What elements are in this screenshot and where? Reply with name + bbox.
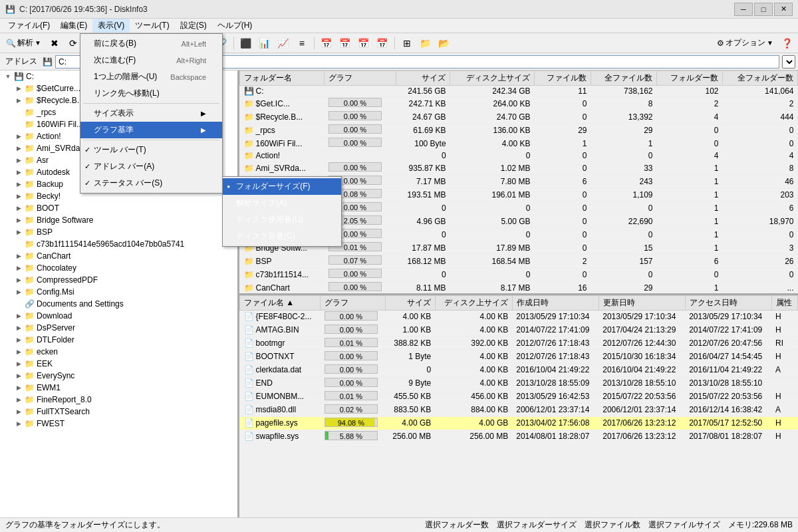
col-created[interactable]: 作成日時 bbox=[512, 295, 598, 310]
folder-icon: 📁 bbox=[24, 239, 35, 249]
menu-toolbar[interactable]: ツール バー(T) bbox=[80, 142, 222, 158]
tree-item-download[interactable]: ▶ 📁 Download bbox=[0, 310, 237, 322]
file-table-row[interactable]: 📄END0.00 %9 Byte4.00 KB2013/10/28 18:55:… bbox=[240, 376, 798, 390]
tree-item-ecken[interactable]: ▶ 📁 ecken bbox=[0, 346, 237, 358]
folder-table-row[interactable]: 📁Ami_SVRda...0.00 %935.87 KB1.02 MB03318 bbox=[240, 162, 798, 175]
tree-item-documents-settings[interactable]: 🔗 Documents and Settings bbox=[0, 298, 237, 310]
tree-item-everysync[interactable]: ▶ 📁 EverySync bbox=[0, 370, 237, 382]
stop-button[interactable]: ✖ bbox=[46, 35, 63, 51]
tb-btn-10[interactable]: 📅 bbox=[336, 35, 354, 51]
menu-help[interactable]: ヘルプ(H) bbox=[212, 19, 258, 33]
tb-btn-6[interactable]: 📊 bbox=[256, 35, 273, 51]
file-table-row[interactable]: 📄bootmgr0.01 %388.82 KB392.00 KB2012/07/… bbox=[240, 336, 798, 350]
file-table-row[interactable]: 📄clerkdata.dat0.00 %04.00 KB2016/10/04 2… bbox=[240, 363, 798, 376]
tree-item-configmsi[interactable]: ▶ 📁 Config.Msi bbox=[0, 286, 237, 298]
tree-item-canchart[interactable]: ▶ 📁 CanChart bbox=[0, 250, 237, 262]
folder-table-row[interactable]: 📁c73b1f11514...0.00 %000000 bbox=[240, 268, 798, 281]
col-file-size[interactable]: サイズ bbox=[386, 295, 436, 310]
tree-item-bridge[interactable]: ▶ 📁 Bridge Software bbox=[0, 214, 237, 226]
file-attr-cell: H bbox=[771, 323, 797, 336]
tree-item-chocolatey[interactable]: ▶ 📁 Chocolatey bbox=[0, 262, 237, 274]
tree-item-compressedpdf[interactable]: ▶ 📁 CompressedPDF bbox=[0, 274, 237, 286]
col-file-disk-size[interactable]: ディスク上サイズ bbox=[435, 295, 512, 310]
submenu-disk-capacity[interactable]: ディスク容量(C) bbox=[223, 228, 341, 245]
tb-btn-9[interactable]: 📅 bbox=[318, 35, 335, 51]
menu-graph-base[interactable]: グラフ基準 ▶ フォルダーサイズ(F) 解析サイズ(A) ディスク使用量(U) … bbox=[80, 122, 222, 138]
maximize-button[interactable]: □ bbox=[754, 3, 773, 16]
menu-file[interactable]: ファイル(F) bbox=[3, 19, 55, 33]
col-modified[interactable]: 更新日時 bbox=[598, 295, 685, 310]
tb-btn-14[interactable]: 📁 bbox=[417, 35, 434, 51]
col-disk-size[interactable]: ディスク上サイズ bbox=[450, 71, 535, 86]
col-files[interactable]: ファイル数 bbox=[535, 71, 591, 86]
col-file-name[interactable]: ファイル名 ▲ bbox=[240, 295, 321, 310]
folder-table-row[interactable]: 📁$Get.IC...0.00 %242.71 KB264.00 KB0822 bbox=[240, 97, 798, 110]
submenu-folder-size[interactable]: フォルダーサイズ(F) bbox=[223, 178, 341, 195]
col-file-graph[interactable]: グラフ bbox=[321, 295, 386, 310]
folder-table-row[interactable]: 📁Action!000044 bbox=[240, 150, 798, 162]
col-folders[interactable]: フォルダー数 bbox=[657, 71, 723, 86]
menu-statusbar[interactable]: ステータス バー(S) bbox=[80, 175, 222, 192]
address-dropdown[interactable] bbox=[782, 55, 795, 68]
folder-table-row[interactable]: 📁CanChart0.00 %8.11 MB8.17 MB16291... bbox=[240, 281, 798, 295]
menu-goto-link[interactable]: リンク先へ移動(L) bbox=[80, 85, 222, 102]
menu-up[interactable]: 1つ上の階層へ(U) Backspace bbox=[80, 68, 222, 85]
menu-view[interactable]: 表示(V) bbox=[92, 19, 130, 33]
col-all-folders[interactable]: 全フォルダー数 bbox=[722, 71, 797, 86]
folder-table-row[interactable]: 📁160WiFi Fil...0.00 %100 Byte4.00 KB1100 bbox=[240, 137, 798, 150]
tree-item-boot[interactable]: ▶ 📁 BOOT bbox=[0, 202, 237, 214]
menu-tool[interactable]: ツール(T) bbox=[130, 19, 174, 33]
tb-btn-11[interactable]: 📅 bbox=[355, 35, 372, 51]
file-table-row[interactable]: 📄EUMONBM...0.01 %455.50 KB456.00 KB2013/… bbox=[240, 390, 798, 403]
tb-btn-8[interactable]: ≡ bbox=[293, 35, 311, 51]
tree-item-dspserver[interactable]: ▶ 📁 DsPServer bbox=[0, 322, 237, 334]
tree-item-ewm1[interactable]: ▶ 📁 EWM1 bbox=[0, 382, 237, 394]
folder-table-row[interactable]: 📁_rpcs0.00 %61.69 KB136.00 KB292900 bbox=[240, 124, 798, 137]
file-table-row[interactable]: 📄{FE8F4B0C-2...0.00 %4.00 KB4.00 KB2013/… bbox=[240, 310, 798, 323]
col-accessed[interactable]: アクセス日時 bbox=[685, 295, 771, 310]
file-table-row[interactable]: 📄AMTAG.BIN0.00 %1.00 KB4.00 KB2014/07/22… bbox=[240, 323, 798, 336]
tb-btn-15[interactable]: 📂 bbox=[436, 35, 453, 51]
tb-btn-12[interactable]: 📅 bbox=[374, 35, 391, 51]
tree-item-dtlfolder[interactable]: ▶ 📁 DTLFolder bbox=[0, 334, 237, 346]
file-table-row[interactable]: 📄swapfile.sys5.88 %256.00 MB256.00 MB201… bbox=[240, 430, 798, 443]
submenu-disk-usage[interactable]: ディスク使用量(U) bbox=[223, 211, 341, 228]
file-graph-cell: 0.00 % bbox=[321, 323, 386, 336]
col-all-files[interactable]: 全ファイル数 bbox=[591, 71, 657, 86]
col-size[interactable]: サイズ bbox=[396, 71, 450, 86]
col-attr[interactable]: 属性 bbox=[771, 295, 797, 310]
tree-item-fulltxt[interactable]: ▶ 📁 FullTXTSearch bbox=[0, 406, 237, 418]
reload-button[interactable]: ⟳ bbox=[65, 35, 82, 51]
folder-table-row[interactable]: 📁BSP0.07 %168.12 MB168.54 MB2157626 bbox=[240, 255, 798, 268]
menu-edit[interactable]: 編集(E) bbox=[55, 19, 92, 33]
folder-table-row[interactable]: 💾C:241.56 GB242.34 GB11738,162102141,064 bbox=[240, 86, 798, 97]
menu-back[interactable]: 前に戻る(B) Alt+Left bbox=[80, 35, 222, 52]
analyze-button[interactable]: 🔍 解析 ▼ bbox=[3, 35, 45, 51]
file-table-row[interactable]: 📄BOOTNXT0.00 %1 Byte4.00 KB2012/07/26 17… bbox=[240, 350, 798, 363]
menu-addressbar[interactable]: アドレス バー(A) bbox=[80, 158, 222, 175]
tree-item-fwest[interactable]: ▶ 📁 FWEST bbox=[0, 418, 237, 430]
tb-btn-7[interactable]: 📈 bbox=[275, 35, 292, 51]
tree-item-bsp[interactable]: ▶ 📁 BSP bbox=[0, 226, 237, 238]
folder-all-files-cell: 243 bbox=[591, 175, 657, 188]
tree-item-c73b[interactable]: 📁 c73b1f1115414e5965acd104e7bb0a5741 bbox=[0, 238, 237, 250]
help-button[interactable]: ❓ bbox=[778, 35, 795, 51]
close-button[interactable]: ✕ bbox=[774, 3, 793, 16]
tree-item-finereport[interactable]: ▶ 📁 FineReport_8.0 bbox=[0, 394, 237, 406]
col-folder-name[interactable]: フォルダー名 bbox=[240, 71, 325, 86]
option-button[interactable]: ⚙ オプション ▼ bbox=[714, 35, 777, 51]
menu-forward[interactable]: 次に進む(F) Alt+Right bbox=[80, 52, 222, 68]
tb-btn-5[interactable]: ⬛ bbox=[237, 35, 255, 51]
menu-setting[interactable]: 設定(S) bbox=[175, 19, 212, 33]
submenu-analyze-size[interactable]: 解析サイズ(A) bbox=[223, 195, 341, 211]
menu-size-display[interactable]: サイズ表示 ▶ bbox=[80, 105, 222, 122]
file-table-container[interactable]: ファイル名 ▲ グラフ サイズ ディスク上サイズ 作成日時 更新日時 アクセス日… bbox=[239, 295, 798, 518]
file-table-row[interactable]: 📄msdia80.dll0.02 %883.50 KB884.00 KB2006… bbox=[240, 403, 798, 416]
folder-table-row[interactable]: 📁$Recycle.B...0.00 %24.67 GB24.70 GB013,… bbox=[240, 110, 798, 124]
minimize-button[interactable]: ─ bbox=[734, 3, 753, 16]
tree-item-eek[interactable]: ▶ 📁 EEK bbox=[0, 358, 237, 370]
tb-btn-13[interactable]: ⊞ bbox=[398, 35, 416, 51]
col-graph[interactable]: グラフ bbox=[325, 71, 396, 86]
tree-label: FullTXTSearch bbox=[37, 407, 90, 416]
file-table-row[interactable]: 📄pagefile.sys94.08 %4.00 GB4.00 GB2013/0… bbox=[240, 416, 798, 430]
